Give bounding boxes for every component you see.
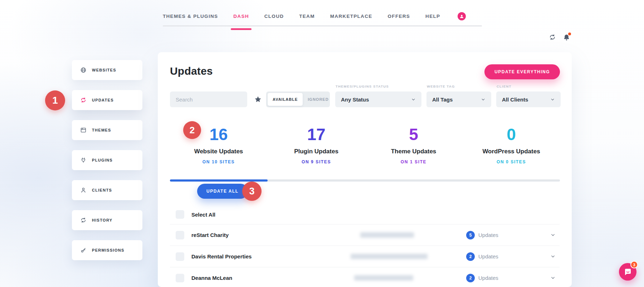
nav-team[interactable]: TEAM (299, 14, 314, 19)
annotation-badge-2: 2 (183, 121, 201, 139)
stat-sub: ON 9 SITES (268, 159, 365, 164)
stat-theme-updates: 5 Theme Updates ON 1 SITE (365, 126, 462, 164)
sidebar-label: WEBSITES (92, 68, 116, 72)
refresh-icon[interactable] (549, 34, 556, 42)
stat-plugin-updates: 17 Plugin Updates ON 9 SITES (268, 126, 365, 164)
progress-fill (170, 179, 268, 182)
row-checkbox[interactable] (176, 252, 184, 261)
search-input[interactable] (170, 91, 247, 107)
toggle-available[interactable]: AVAILABLE (268, 93, 303, 106)
sidebar: WEBSITES UPDATES THEMES PLUGINS CLIENTS … (72, 60, 142, 270)
sites-list: reStart Charity 5 Updates Davis Rental P… (170, 224, 560, 287)
page-title: Updates (170, 65, 213, 77)
updates-panel: Updates UPDATE EVERYTHING THEMES/PLUGINS… (158, 52, 572, 287)
site-row[interactable]: Davis Rental Properties 2 Updates (170, 246, 560, 267)
site-row[interactable]: Deanna McLean 2 Updates (170, 267, 560, 287)
site-url-redacted (354, 275, 413, 281)
stat-value: 17 (268, 126, 365, 143)
row-checkbox[interactable] (176, 274, 184, 282)
select-all-checkbox[interactable] (176, 210, 184, 219)
header-icons (549, 34, 570, 43)
person-icon (80, 187, 87, 193)
nav-help[interactable]: HELP (425, 14, 440, 19)
stat-label: Plugin Updates (268, 148, 365, 155)
updates-count-badge: 2 (466, 274, 475, 282)
sidebar-item-websites[interactable]: WEBSITES (72, 60, 142, 80)
updates-count-badge: 2 (466, 252, 475, 261)
sidebar-item-clients[interactable]: CLIENTS (72, 180, 142, 200)
notification-alert-dot (568, 33, 571, 35)
client-select-value: All Clients (502, 97, 528, 103)
select-all-row: Select All (176, 210, 215, 219)
stat-value: 0 (463, 126, 560, 143)
select-all-label: Select All (191, 212, 215, 218)
site-name: reStart Charity (191, 232, 229, 238)
stat-sub: ON 1 SITE (365, 159, 462, 164)
nav-offers[interactable]: OFFERS (388, 14, 410, 19)
status-select[interactable]: Any Status (335, 91, 421, 107)
status-select-value: Any Status (341, 97, 369, 103)
updates-label: Updates (478, 253, 498, 259)
updates-count-badge: 5 (466, 231, 475, 239)
chat-unread-badge: 3 (630, 261, 638, 268)
sidebar-label: CLIENTS (92, 188, 112, 192)
top-nav: THEMES & PLUGINS DASH CLOUD TEAM MARKETP… (163, 9, 466, 23)
status-filter-label: THEMES/PLUGINS STATUS (336, 84, 389, 88)
history-icon (80, 217, 87, 223)
update-everything-button[interactable]: UPDATE EVERYTHING (484, 64, 560, 79)
client-filter-label: CLIENT (497, 84, 512, 88)
updates-label: Updates (478, 275, 498, 281)
account-icon[interactable] (458, 12, 466, 20)
updates-label: Updates (478, 232, 498, 238)
globe-icon (80, 67, 87, 73)
site-name: Davis Rental Properties (191, 253, 252, 259)
plug-icon (80, 157, 87, 163)
site-row[interactable]: reStart Charity 5 Updates (170, 224, 560, 246)
sidebar-label: PERMISSIONS (92, 248, 125, 252)
sync-icon (80, 97, 87, 103)
nav-themes-plugins[interactable]: THEMES & PLUGINS (163, 14, 218, 19)
tag-filter-label: WEBSITE TAG (427, 84, 455, 88)
chevron-down-icon[interactable] (550, 232, 556, 238)
tag-select-value: All Tags (432, 97, 453, 103)
update-progress-bar (170, 179, 560, 182)
sidebar-item-updates[interactable]: UPDATES (72, 90, 142, 110)
toggle-ignored[interactable]: IGNORED (303, 93, 333, 106)
sidebar-item-history[interactable]: HISTORY (72, 210, 142, 230)
chat-bubble-icon (624, 268, 632, 276)
sidebar-label: THEMES (92, 128, 111, 132)
sidebar-item-plugins[interactable]: PLUGINS (72, 150, 142, 170)
stat-wordpress-updates: 0 WordPress Updates ON 0 SITES (463, 126, 560, 164)
star-icon[interactable] (254, 95, 262, 103)
chevron-down-icon (481, 97, 486, 102)
chevron-down-icon[interactable] (550, 275, 556, 281)
sidebar-item-themes[interactable]: THEMES (72, 120, 142, 140)
stat-sub: ON 10 SITES (170, 159, 267, 164)
nav-marketplace[interactable]: MARKETPLACE (330, 14, 372, 19)
nav-underline (163, 25, 482, 26)
browser-icon (80, 127, 87, 133)
tag-select[interactable]: All Tags (426, 91, 491, 107)
sidebar-label: HISTORY (92, 218, 112, 222)
annotation-badge-1: 1 (45, 90, 65, 110)
sidebar-label: UPDATES (92, 98, 114, 102)
chevron-down-icon[interactable] (550, 254, 556, 259)
stat-label: Website Updates (170, 148, 267, 155)
notifications-icon[interactable] (563, 34, 570, 43)
site-url-redacted (360, 232, 414, 238)
update-all-button[interactable]: UPDATE ALL (197, 184, 248, 199)
stat-label: WordPress Updates (463, 148, 560, 155)
chat-launcher[interactable]: 3 (619, 263, 636, 281)
row-checkbox[interactable] (176, 231, 184, 239)
client-select[interactable]: All Clients (496, 91, 561, 107)
stat-value: 5 (365, 126, 462, 143)
chevron-down-icon (550, 97, 555, 102)
annotation-badge-3: 3 (242, 182, 262, 201)
stat-label: Theme Updates (365, 148, 462, 155)
key-icon (80, 247, 87, 253)
nav-cloud[interactable]: CLOUD (264, 14, 284, 19)
stat-sub: ON 0 SITES (463, 159, 560, 164)
available-ignored-toggle: AVAILABLE IGNORED (266, 91, 330, 107)
nav-dash[interactable]: DASH (233, 14, 249, 19)
sidebar-item-permissions[interactable]: PERMISSIONS (72, 240, 142, 260)
